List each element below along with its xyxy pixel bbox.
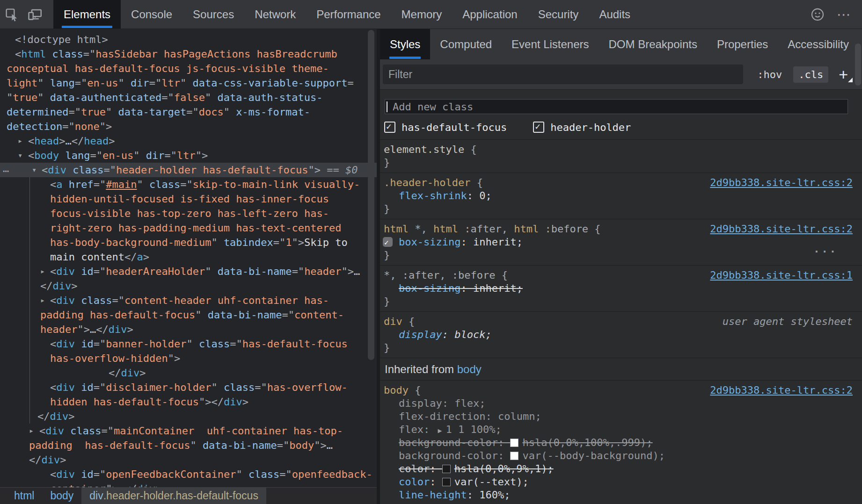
tab-application[interactable]: Application — [452, 0, 527, 29]
breadcrumb-item[interactable]: html — [6, 488, 42, 504]
dom-node-line[interactable]: </div> — [0, 453, 377, 467]
css-selector[interactable]: html *, html :after, html :before {2d9bb… — [380, 223, 862, 236]
dom-node-line[interactable]: ▸<div class="mainContainer uhf-container… — [0, 424, 377, 438]
expand-arrow-icon[interactable]: ▸ — [40, 293, 45, 308]
css-property[interactable]: flex-shrink: 0; — [380, 189, 862, 202]
node-more-actions-icon[interactable]: … — [3, 161, 9, 176]
checkbox-checked-icon[interactable] — [533, 122, 544, 133]
dom-node-line[interactable]: determined="true" data-target="docs" x-m… — [0, 105, 377, 119]
color-swatch[interactable] — [510, 452, 519, 460]
more-menu-icon[interactable]: ⋯ — [833, 6, 855, 22]
css-property[interactable]: min-height: 100vh; — [380, 502, 862, 504]
dom-node-line[interactable]: "true" data-authenticated="false" data-a… — [0, 90, 377, 105]
css-property[interactable]: box-sizing: inherit; — [380, 282, 862, 295]
dom-node-line[interactable]: ▾<body lang="en-us" dir="ltr"> — [0, 148, 377, 163]
tab-properties[interactable]: Properties — [707, 29, 778, 59]
dom-node-line[interactable]: <html class="hasSidebar hasPageActions h… — [0, 47, 377, 61]
dom-node-line[interactable]: has-overflow-hidden"> — [0, 351, 377, 366]
device-toolbar-icon[interactable] — [23, 0, 47, 29]
dom-node-line[interactable]: <div id="openFeedbackContainer" class="o… — [0, 467, 377, 482]
dom-node-line[interactable]: </div> — [0, 366, 377, 380]
dom-node-line[interactable]: <!doctype html> — [0, 32, 377, 47]
css-property[interactable]: line-height: 160%; — [380, 489, 862, 502]
css-selector[interactable]: .header-holder {2d9bb338.site-ltr.css:2 — [380, 176, 862, 189]
tab-security[interactable]: Security — [528, 0, 589, 29]
dom-node-line[interactable]: has-body-background-medium" tabindex="1"… — [0, 235, 377, 250]
dom-node-line[interactable]: </div> — [0, 279, 377, 293]
tab-memory[interactable]: Memory — [391, 0, 453, 29]
css-selector[interactable]: body {2d9bb338.site-ltr.css:2 — [380, 384, 862, 397]
dom-node-line[interactable]: container">…</div> — [0, 482, 377, 487]
panel-divider[interactable] — [377, 29, 380, 504]
dom-node-line[interactable]: </div> — [0, 409, 377, 424]
tab-styles[interactable]: Styles — [380, 29, 430, 59]
css-property[interactable]: box-sizing: inherit; — [380, 236, 862, 249]
expand-arrow-icon[interactable]: ▾ — [32, 163, 37, 177]
color-swatch[interactable] — [510, 439, 519, 447]
css-property[interactable]: color: hsla(0,0%,9%,1); — [380, 462, 862, 475]
dom-tree[interactable]: <!doctype html><html class="hasSidebar h… — [0, 29, 377, 487]
checkbox-checked-icon[interactable] — [384, 122, 395, 133]
css-property[interactable]: color: var(--text); — [380, 475, 862, 489]
css-property[interactable]: flex-direction: column; — [380, 410, 862, 423]
dom-node-line[interactable]: hidden-until-focused is-fixed has-inner-… — [0, 192, 377, 206]
expand-arrow-icon[interactable]: ▸ — [40, 264, 45, 279]
class-toggle[interactable]: has-default-focus — [384, 122, 507, 133]
css-property[interactable]: display: block; — [380, 328, 862, 341]
tab-event-listeners[interactable]: Event Listeners — [502, 29, 599, 59]
inspect-icon[interactable] — [0, 0, 23, 29]
dom-node-line[interactable]: ▸<div id="headerAreaHolder" data-bi-name… — [0, 264, 377, 279]
dom-node-line[interactable]: light" lang="en-us" dir="ltr" data-css-v… — [0, 76, 377, 90]
expand-arrow-icon[interactable]: ▸ — [18, 134, 22, 148]
expand-arrow-icon[interactable]: ▸ — [29, 424, 34, 438]
dom-node-line[interactable]: main content</a> — [0, 250, 377, 264]
feedback-smiley-icon[interactable] — [806, 7, 829, 22]
property-toggle-checkbox[interactable] — [383, 237, 393, 247]
tab-accessibility[interactable]: Accessibility — [778, 29, 859, 59]
dom-node-line[interactable]: detection="none"> — [0, 119, 377, 134]
css-selector[interactable]: element.style { — [380, 143, 862, 156]
tab-console[interactable]: Console — [121, 0, 183, 29]
add-new-class-input[interactable] — [385, 99, 848, 114]
breadcrumb-item[interactable]: div.header-holder.has-default-focus — [81, 488, 266, 504]
color-swatch[interactable] — [442, 465, 451, 473]
toggle-hover-state-button[interactable]: :hov — [757, 69, 782, 80]
dom-node-line[interactable]: <div id="banner-holder" class="has-defau… — [0, 337, 377, 351]
dom-node-line[interactable]: conceptual has-default-focus js-focus-vi… — [0, 61, 377, 76]
rule-more-actions-icon[interactable]: ... — [813, 243, 838, 255]
css-selector[interactable]: div {user agent stylesheet — [380, 315, 862, 328]
styles-filter-input[interactable] — [383, 65, 743, 84]
stylesheet-link[interactable]: 2d9bb338.site-ltr.css:1 — [710, 269, 853, 282]
stylesheet-link[interactable]: 2d9bb338.site-ltr.css:2 — [710, 384, 853, 397]
css-selector[interactable]: *, :after, :before {2d9bb338.site-ltr.cs… — [380, 269, 862, 282]
css-property[interactable]: flex: ▶1 1 100%; — [380, 423, 862, 436]
expand-arrow-icon[interactable]: ▾ — [18, 148, 22, 163]
node-link[interactable]: body — [457, 363, 482, 375]
tab-computed[interactable]: Computed — [430, 29, 502, 59]
dom-node-line[interactable]: hidden has-default-focus"></div> — [0, 395, 377, 409]
dom-node-line[interactable]: header">…</div> — [0, 322, 377, 337]
dom-node-line[interactable]: ▸<head>…</head> — [0, 134, 377, 148]
dom-node-line[interactable]: <div id="disclaimer-holder" class="has-o… — [0, 380, 377, 395]
stylesheet-link[interactable]: 2d9bb338.site-ltr.css:2 — [710, 223, 853, 236]
css-property[interactable]: background-color: var(--body-background)… — [380, 449, 862, 462]
tab-network[interactable]: Network — [244, 0, 306, 29]
expand-shorthand-icon[interactable]: ▶ — [438, 426, 442, 435]
css-property[interactable]: background-color: hsla(0,0%,100%,.999); — [380, 436, 862, 449]
stylesheet-link[interactable]: 2d9bb338.site-ltr.css:2 — [710, 176, 853, 189]
toggle-classes-button[interactable]: .cls — [793, 66, 828, 83]
dom-node-line[interactable]: padding has-default-focus" data-bi-name=… — [0, 438, 377, 453]
color-swatch[interactable] — [442, 478, 451, 486]
elements-scrollbar[interactable] — [368, 30, 374, 360]
new-style-rule-button[interactable]: + — [839, 67, 848, 81]
dom-node-line[interactable]: focus-visible has-top-zero has-left-zero… — [0, 206, 377, 221]
class-toggle[interactable]: header-holder — [533, 122, 631, 133]
dom-node-line[interactable]: padding has-default-focus" data-bi-name=… — [0, 308, 377, 322]
css-property[interactable]: display: flex; — [380, 397, 862, 410]
dom-node-line[interactable]: right-zero has-padding-medium has-text-c… — [0, 221, 377, 235]
tab-performance[interactable]: Performance — [306, 0, 391, 29]
tab-audits[interactable]: Audits — [589, 0, 641, 29]
tab-sources[interactable]: Sources — [183, 0, 244, 29]
dom-node-line[interactable]: ▸<div class="content-header uhf-containe… — [0, 293, 377, 308]
breadcrumb-item[interactable]: body — [42, 488, 81, 504]
